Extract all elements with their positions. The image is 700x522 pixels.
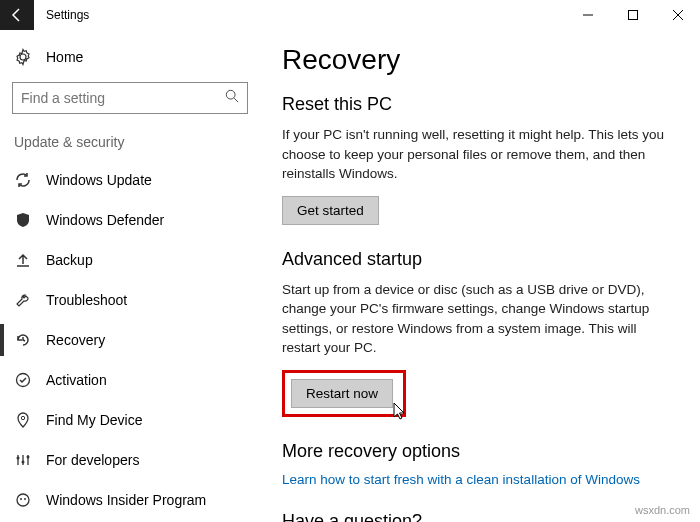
sidebar-item-label: Recovery	[46, 332, 105, 348]
fresh-install-link[interactable]: Learn how to start fresh with a clean in…	[282, 472, 678, 487]
sidebar-item-label: Troubleshoot	[46, 292, 127, 308]
sidebar-item-label: Activation	[46, 372, 107, 388]
cursor-icon	[393, 402, 409, 422]
restart-now-button[interactable]: Restart now	[291, 379, 393, 408]
svg-point-9	[22, 461, 25, 464]
insider-icon	[14, 492, 32, 508]
sidebar-category: Update & security	[12, 132, 256, 160]
wrench-icon	[14, 292, 32, 308]
svg-point-11	[17, 494, 29, 506]
upload-icon	[14, 252, 32, 268]
sidebar-item-windows-insider[interactable]: Windows Insider Program	[12, 480, 256, 520]
reset-body: If your PC isn't running well, resetting…	[282, 125, 678, 184]
advanced-body: Start up from a device or disc (such as …	[282, 280, 678, 358]
sidebar-item-find-my-device[interactable]: Find My Device	[12, 400, 256, 440]
window-controls	[565, 0, 700, 30]
sidebar-item-label: Windows Defender	[46, 212, 164, 228]
question-title: Have a question?	[282, 511, 678, 522]
shield-icon	[14, 212, 32, 228]
svg-point-10	[27, 456, 30, 459]
sidebar-item-activation[interactable]: Activation	[12, 360, 256, 400]
check-circle-icon	[14, 372, 32, 388]
sidebar-home[interactable]: Home	[12, 44, 256, 76]
close-icon	[673, 10, 683, 20]
svg-rect-1	[628, 11, 637, 20]
svg-point-12	[20, 498, 22, 500]
more-title: More recovery options	[282, 441, 678, 462]
svg-point-8	[17, 457, 20, 460]
search-input[interactable]	[21, 90, 225, 106]
sync-icon	[14, 172, 32, 188]
main-content: Recovery Reset this PC If your PC isn't …	[260, 30, 700, 522]
sidebar-home-label: Home	[46, 49, 83, 65]
svg-point-13	[24, 498, 26, 500]
reset-title: Reset this PC	[282, 94, 678, 115]
sidebar-item-windows-defender[interactable]: Windows Defender	[12, 200, 256, 240]
sidebar-item-for-developers[interactable]: For developers	[12, 440, 256, 480]
gear-icon	[14, 48, 32, 66]
window-title: Settings	[46, 8, 89, 22]
annotation-highlight: Restart now	[282, 370, 406, 417]
search-box[interactable]	[12, 82, 248, 114]
svg-point-4	[226, 90, 235, 99]
svg-point-7	[21, 416, 24, 419]
svg-line-5	[234, 98, 238, 102]
watermark: wsxdn.com	[635, 504, 690, 516]
section-reset-pc: Reset this PC If your PC isn't running w…	[282, 94, 678, 225]
sidebar: Home Update & security Windows Update Wi…	[0, 30, 260, 522]
maximize-icon	[628, 10, 638, 20]
sidebar-item-recovery[interactable]: Recovery	[12, 320, 256, 360]
close-button[interactable]	[655, 0, 700, 30]
page-heading: Recovery	[282, 44, 678, 76]
section-advanced-startup: Advanced startup Start up from a device …	[282, 249, 678, 417]
location-icon	[14, 412, 32, 428]
sidebar-item-label: Backup	[46, 252, 93, 268]
minimize-button[interactable]	[565, 0, 610, 30]
history-icon	[14, 332, 32, 348]
sidebar-item-backup[interactable]: Backup	[12, 240, 256, 280]
get-started-button[interactable]: Get started	[282, 196, 379, 225]
sidebar-item-windows-update[interactable]: Windows Update	[12, 160, 256, 200]
sliders-icon	[14, 452, 32, 468]
back-button[interactable]	[0, 0, 34, 30]
arrow-left-icon	[9, 7, 25, 23]
sidebar-item-troubleshoot[interactable]: Troubleshoot	[12, 280, 256, 320]
advanced-title: Advanced startup	[282, 249, 678, 270]
section-question: Have a question?	[282, 511, 678, 522]
sidebar-item-label: Windows Update	[46, 172, 152, 188]
maximize-button[interactable]	[610, 0, 655, 30]
section-more-recovery: More recovery options Learn how to start…	[282, 441, 678, 487]
sidebar-item-label: Find My Device	[46, 412, 142, 428]
minimize-icon	[583, 10, 593, 20]
sidebar-item-label: For developers	[46, 452, 139, 468]
sidebar-item-label: Windows Insider Program	[46, 492, 206, 508]
search-icon	[225, 89, 239, 107]
titlebar: Settings	[0, 0, 700, 30]
